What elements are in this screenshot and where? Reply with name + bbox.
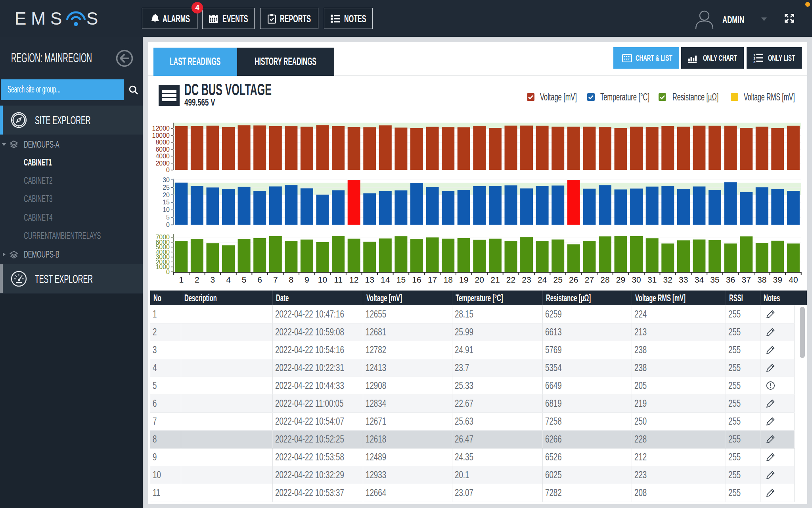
svg-text:2: 2 (195, 275, 199, 284)
svg-text:20: 20 (475, 275, 484, 284)
svg-text:28: 28 (600, 275, 609, 284)
svg-text:38: 38 (757, 275, 766, 284)
svg-text:25: 25 (163, 184, 170, 191)
svg-text:33: 33 (679, 275, 688, 284)
svg-text:17: 17 (428, 275, 437, 284)
svg-text:21: 21 (490, 275, 500, 284)
svg-text:24: 24 (538, 275, 547, 284)
svg-text:27: 27 (585, 275, 594, 284)
svg-text:22: 22 (506, 275, 515, 284)
svg-text:31: 31 (647, 275, 657, 284)
svg-text:4000: 4000 (155, 153, 170, 160)
svg-text:10: 10 (318, 275, 327, 284)
svg-text:11: 11 (334, 275, 343, 284)
svg-text:13: 13 (365, 275, 374, 284)
svg-text:30: 30 (163, 177, 170, 183)
svg-text:15: 15 (163, 199, 170, 206)
svg-text:5: 5 (166, 214, 170, 221)
svg-text:5: 5 (242, 275, 247, 284)
svg-text:20: 20 (163, 192, 170, 198)
svg-text:19: 19 (459, 275, 468, 284)
svg-text:2000: 2000 (155, 160, 170, 167)
svg-text:3: 3 (211, 275, 215, 284)
svg-text:18: 18 (444, 275, 453, 284)
svg-text:29: 29 (616, 275, 625, 284)
svg-text:14: 14 (381, 275, 390, 284)
svg-text:36: 36 (726, 275, 735, 284)
svg-text:40: 40 (789, 275, 798, 284)
svg-text:30: 30 (632, 275, 641, 284)
svg-text:15: 15 (396, 275, 406, 284)
svg-text:9: 9 (304, 275, 309, 284)
svg-text:4: 4 (226, 275, 231, 284)
svg-text:32: 32 (663, 275, 672, 284)
svg-text:0: 0 (166, 167, 170, 173)
svg-text:8000: 8000 (155, 139, 170, 146)
svg-text:37: 37 (742, 275, 751, 284)
svg-text:35: 35 (710, 275, 719, 284)
svg-text:10: 10 (163, 206, 170, 213)
svg-text:10000: 10000 (152, 132, 170, 139)
svg-text:16: 16 (412, 275, 421, 284)
svg-text:6: 6 (257, 275, 262, 284)
svg-text:0: 0 (166, 221, 170, 228)
svg-text:39: 39 (773, 275, 782, 284)
svg-text:8: 8 (289, 275, 293, 284)
svg-text:25: 25 (553, 275, 563, 284)
svg-text:12: 12 (349, 275, 358, 284)
svg-text:12000: 12000 (152, 125, 170, 132)
svg-text:7000: 7000 (155, 234, 170, 241)
svg-text:34: 34 (695, 275, 704, 284)
svg-text:3: 3 (754, 60, 756, 64)
svg-text:7: 7 (273, 275, 278, 284)
svg-text:6000: 6000 (155, 146, 170, 153)
svg-text:23: 23 (522, 275, 531, 284)
svg-text:1: 1 (179, 275, 184, 284)
svg-text:26: 26 (569, 275, 578, 284)
